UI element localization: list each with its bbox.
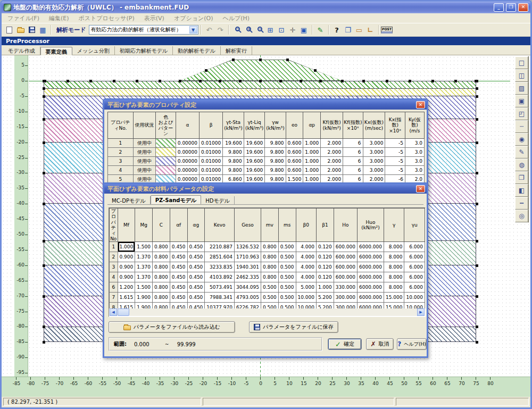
parameter-value-cell[interactable]: 1.615 — [118, 303, 135, 308]
pan-icon[interactable]: ✛ — [287, 24, 298, 36]
property-value-cell[interactable]: 3.000 — [363, 166, 385, 175]
property-value-cell[interactable]: 9.800 — [223, 148, 244, 157]
parameter-value-cell[interactable]: 0.120 — [317, 262, 334, 272]
parameter-value-cell[interactable]: 600.000 — [334, 242, 357, 252]
parameter-value-cell[interactable]: 3044.095 — [235, 282, 261, 293]
property-value-cell[interactable]: 6 — [343, 157, 363, 166]
parameter-value-cell[interactable]: 0.900 — [118, 252, 135, 262]
property-value-cell[interactable]: 3.000 — [363, 139, 385, 148]
dots-icon[interactable]: ┅ — [515, 197, 528, 210]
property-value-cell[interactable]: 1.000 — [303, 166, 321, 175]
parameter-value-cell[interactable]: 0.500 — [278, 262, 296, 272]
property-value-cell[interactable]: 2.000 — [321, 157, 343, 166]
parameter-value-cell[interactable]: 0.450 — [170, 272, 187, 282]
parameter-value-cell[interactable]: 0.120 — [317, 242, 334, 252]
title-bar[interactable]: 地盤の動的有効応力解析（UWLC） - embankment.FUD _ ❐ ✕ — [2, 2, 530, 13]
parameter-value-cell[interactable]: 0.500 — [278, 242, 296, 252]
parameter-value-cell[interactable]: 6.000 — [404, 242, 425, 252]
property-value-cell[interactable]: 6 — [343, 139, 363, 148]
undo-icon[interactable]: ↶ — [204, 24, 215, 36]
parameter-value-cell[interactable]: 0.800 — [261, 252, 278, 262]
pattern-swatch[interactable] — [156, 148, 176, 157]
parameter-value-cell[interactable]: 1.370 — [135, 272, 153, 282]
element-nodes-icon[interactable]: ◫ — [515, 69, 528, 82]
parameter-value-cell[interactable]: 0.800 — [153, 272, 170, 282]
parameter-value-cell[interactable]: 0.900 — [118, 272, 135, 282]
parameter-value-cell[interactable]: 600.000 — [334, 272, 357, 282]
menu-item-2[interactable]: ポストプロセッサ(P) — [74, 13, 139, 23]
menu-item-0[interactable]: ファイル(F) — [3, 13, 44, 23]
scroll-right-icon[interactable]: ▶ — [417, 308, 425, 316]
parameter-value-cell[interactable]: 1.900 — [135, 293, 153, 303]
tab-解析実行[interactable]: 解析実行 — [221, 46, 252, 55]
parameter-value-cell[interactable]: 6000.000 — [358, 272, 384, 282]
property-value-cell[interactable]: 0.01000 — [200, 157, 223, 166]
parameter-value-cell[interactable]: 0.450 — [187, 262, 205, 272]
property-value-cell[interactable]: 19.600 — [244, 139, 265, 148]
display-option-icon[interactable]: ▣ — [298, 24, 310, 36]
model-tab-MC-DPモデル[interactable]: MC-DPモデル — [107, 196, 151, 204]
property-value-cell[interactable]: 0.600 — [286, 148, 303, 157]
zoom-in-icon[interactable]: + — [243, 24, 254, 36]
property-value-cell[interactable]: 9.800 — [223, 166, 244, 175]
parameter-value-cell[interactable]: 1.500 — [135, 242, 153, 252]
property-value-cell[interactable]: 6 — [343, 148, 363, 157]
zoom-extents-icon[interactable]: ⊞ — [265, 24, 276, 36]
post-processor-icon[interactable]: POST — [381, 24, 393, 36]
parameter-value-cell[interactable]: 6000.000 — [358, 242, 384, 252]
usage-status-cell[interactable]: 使用中 — [133, 166, 156, 175]
parameter-value-cell[interactable]: 330.000 — [334, 282, 357, 293]
parameter-value-cell[interactable]: 3233.835 — [205, 262, 235, 272]
edit-model-icon[interactable]: ✎ — [315, 24, 326, 36]
tab-モデル作成[interactable]: モデル作成 — [3, 46, 40, 55]
parameter-value-cell[interactable]: 10.000 — [404, 293, 425, 303]
property-value-cell[interactable]: 0.00000 — [176, 139, 199, 148]
parameter-value-cell[interactable]: 6.000 — [404, 282, 425, 293]
parameter-value-cell[interactable]: 0.450 — [187, 293, 205, 303]
parameter-value-cell[interactable]: 1326.532 — [235, 242, 261, 252]
node-window-icon[interactable]: ◧ — [515, 184, 528, 197]
property-value-cell[interactable]: 0.01000 — [200, 148, 223, 157]
parameter-value-cell[interactable]: 0.450 — [170, 242, 187, 252]
usage-status-cell[interactable]: 使用中 — [133, 139, 156, 148]
parameter-value-cell[interactable]: 0.500 — [278, 252, 296, 262]
parameter-value-cell[interactable]: 6000.000 — [358, 282, 384, 293]
property-value-cell[interactable]: 19.600 — [223, 139, 244, 148]
parameter-value-cell[interactable]: 4.000 — [296, 252, 317, 262]
dashed-line-icon[interactable]: ┄ — [515, 120, 528, 133]
scale-icon[interactable]: ∟ — [365, 24, 376, 36]
window-list-icon[interactable]: ▭ — [354, 24, 365, 36]
parameter-value-cell[interactable]: 0.500 — [261, 303, 278, 308]
parameter-value-cell[interactable]: 6000.000 — [358, 252, 384, 262]
parameter-value-cell[interactable]: 8.000 — [384, 282, 404, 293]
property-value-cell[interactable]: 2.000 — [321, 139, 343, 148]
parameter-value-cell[interactable]: 5.000 — [296, 282, 317, 293]
close-button[interactable]: ✕ — [518, 3, 528, 12]
new-file-icon[interactable] — [4, 24, 15, 36]
zoom-window-icon[interactable]: ▫ — [231, 24, 243, 36]
parameter-value-cell[interactable]: 5.200 — [317, 293, 334, 303]
parameter-value-cell[interactable]: 15.000 — [384, 293, 404, 303]
pattern-swatch[interactable] — [156, 157, 176, 166]
parameter-value-cell[interactable]: 0.800 — [153, 252, 170, 262]
parameter-value-cell[interactable]: 0.800 — [261, 272, 278, 282]
parameter-value-cell[interactable]: 5073.491 — [205, 282, 235, 293]
save-icon[interactable] — [26, 24, 37, 36]
menu-item-3[interactable]: 表示(V) — [139, 13, 169, 23]
property-value-cell[interactable]: 9.800 — [265, 139, 286, 148]
parameter-value-cell[interactable]: 4.000 — [296, 272, 317, 282]
help-button[interactable]: ? ヘルプ(H) — [397, 338, 427, 350]
parameter-value-cell[interactable]: 2210.887 — [205, 242, 235, 252]
property-value-cell[interactable]: 3.0 — [405, 166, 425, 175]
parameter-value-cell[interactable]: 0.450 — [170, 252, 187, 262]
redo-icon[interactable]: ↷ — [215, 24, 226, 36]
parameter-value-cell[interactable]: 6000.000 — [358, 303, 384, 308]
node-tool-icon[interactable]: ◉ — [515, 133, 528, 146]
menu-item-5[interactable]: ヘルプ(H) — [218, 13, 254, 23]
property-value-cell[interactable]: 9.800 — [223, 157, 244, 166]
property-value-cell[interactable]: 0.600 — [286, 139, 303, 148]
parameter-value-cell[interactable]: 0.500 — [278, 272, 296, 282]
parameter-value-cell[interactable]: 6.000 — [404, 272, 425, 282]
parameter-value-cell[interactable]: 0.800 — [153, 293, 170, 303]
model-tab-PZ-Sandモデル[interactable]: PZ-Sandモデル — [151, 195, 202, 204]
